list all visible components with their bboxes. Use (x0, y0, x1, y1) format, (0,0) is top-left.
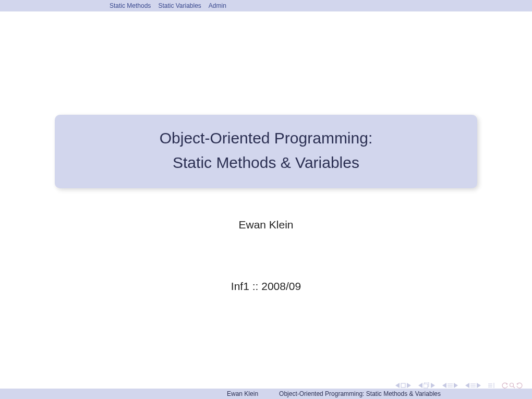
nav-frame-group (418, 382, 435, 389)
svg-point-22 (510, 383, 514, 387)
svg-marker-2 (407, 383, 411, 388)
svg-marker-6 (431, 383, 435, 388)
slide-body: Object-Oriented Programming: Static Meth… (0, 11, 532, 378)
nav-back-forward-group (502, 382, 523, 389)
prev-slide-icon[interactable] (395, 383, 400, 388)
course-label: Inf1 :: 2008/09 (231, 280, 301, 293)
author-name: Ewan Klein (238, 219, 293, 231)
nav-static-variables[interactable]: Static Variables (158, 2, 201, 9)
footer-bar: Ewan Klein Object-Oriented Programming: … (0, 389, 532, 399)
section-nav-bar: Static Methods Static Variables Admin (0, 0, 532, 11)
nav-admin[interactable]: Admin (209, 2, 226, 9)
next-frame-icon[interactable] (431, 383, 435, 388)
undo-icon[interactable] (502, 382, 508, 389)
nav-slide-group (395, 383, 411, 388)
svg-marker-12 (465, 383, 469, 388)
redo-icon[interactable] (516, 382, 523, 389)
svg-marker-0 (395, 383, 400, 388)
slide-frame-icon[interactable] (401, 383, 406, 388)
svg-marker-21 (506, 383, 508, 385)
goto-end-icon[interactable] (488, 383, 494, 388)
svg-marker-16 (477, 383, 481, 388)
subsection-lines-icon[interactable] (448, 383, 453, 388)
svg-marker-24 (516, 383, 518, 385)
prev-subsection-icon[interactable] (442, 383, 446, 388)
search-icon[interactable] (509, 382, 515, 389)
svg-rect-1 (401, 383, 405, 388)
nav-subsection-group (442, 383, 458, 388)
title-line-2: Static Methods & Variables (65, 151, 467, 175)
section-lines-icon[interactable] (470, 383, 476, 388)
next-section-icon[interactable] (477, 383, 481, 388)
svg-marker-7 (442, 383, 446, 388)
footer-title: Object-Oriented Programming: Static Meth… (279, 390, 441, 397)
svg-marker-3 (418, 383, 422, 388)
svg-rect-5 (424, 384, 428, 388)
svg-marker-11 (454, 383, 458, 388)
next-slide-icon[interactable] (407, 383, 411, 388)
beamer-nav-controls (395, 382, 523, 389)
title-line-1: Object-Oriented Programming: (65, 126, 467, 151)
nav-section-group (465, 383, 481, 388)
footer-author: Ewan Klein (227, 390, 258, 397)
prev-section-icon[interactable] (465, 383, 469, 388)
nav-static-methods[interactable]: Static Methods (110, 2, 151, 9)
svg-line-23 (513, 386, 515, 388)
next-subsection-icon[interactable] (454, 383, 458, 388)
frame-stack-icon[interactable] (424, 382, 430, 389)
prev-frame-icon[interactable] (418, 383, 422, 388)
title-block: Object-Oriented Programming: Static Meth… (55, 115, 477, 188)
